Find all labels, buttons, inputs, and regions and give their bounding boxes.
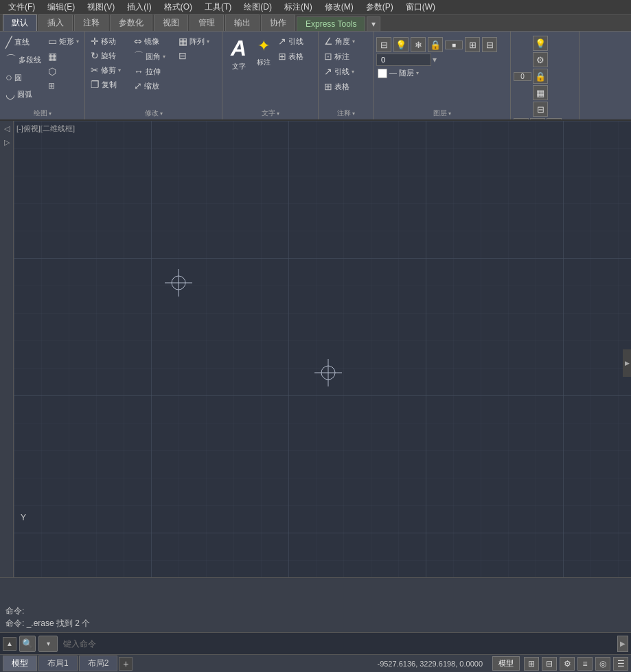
btn-layer-on[interactable]: 💡 <box>393 37 409 52</box>
draw-group-label[interactable]: 绘图 ▾ <box>3 107 82 119</box>
btn-copy[interactable]: ❐ 复制 <box>88 78 119 91</box>
btn-circle[interactable]: ○ 圆 <box>3 70 44 85</box>
btn-prop3[interactable]: 🔒 <box>533 69 548 84</box>
status-icon-osnap[interactable]: ◎ <box>595 657 610 671</box>
btn-layer-lock[interactable]: 🔒 <box>428 37 443 52</box>
status-icon-grid[interactable]: ⊞ <box>524 657 539 671</box>
btn-table2[interactable]: ⊞ 表格 <box>321 80 352 93</box>
canvas-scroll[interactable]: ▶ <box>623 349 631 377</box>
btn-scale[interactable]: ⤢ 缩放 <box>131 79 162 93</box>
tab-collaborate[interactable]: 协作 <box>261 14 295 31</box>
tab-extra[interactable]: ▾ <box>367 16 380 31</box>
btn-arc[interactable]: ◡ 圆弧 <box>3 86 44 102</box>
layers-group-label[interactable]: 图层 ▾ <box>376 107 507 119</box>
btn-prop4[interactable]: ▦ <box>533 85 548 100</box>
btn-rectangle[interactable]: ▭ 矩形 ▾ <box>45 34 82 48</box>
btn-prop5[interactable]: ⊟ <box>533 102 548 117</box>
trim-dropdown[interactable]: ▾ <box>118 67 121 73</box>
cmd-dropdown-button[interactable]: ▾ <box>38 636 58 652</box>
leader2-dropdown[interactable]: ▾ <box>352 69 354 75</box>
tab-default[interactable]: 默认 <box>3 14 37 31</box>
fillet-dropdown[interactable]: ▾ <box>163 54 165 60</box>
btn-leader[interactable]: ↗ 引线 <box>275 34 306 48</box>
add-layout-button[interactable]: + <box>119 657 133 671</box>
sidebar-icon-1[interactable]: ◁ <box>1 122 13 135</box>
tab-manage[interactable]: 管理 <box>190 14 224 31</box>
command-input[interactable] <box>60 638 615 650</box>
btn-prop2[interactable]: ⚙ <box>533 52 548 67</box>
menu-view[interactable]: 视图(V) <box>82 0 120 14</box>
status-icon-ortho[interactable]: ⚙ <box>560 657 575 671</box>
arc-icon: ◡ <box>5 88 15 101</box>
menu-modify[interactable]: 修改(M) <box>319 0 359 14</box>
tab-output[interactable]: 输出 <box>225 14 260 31</box>
btn-leader2[interactable]: ↗ 引线 ▾ <box>321 65 357 78</box>
menu-edit[interactable]: 编辑(E) <box>42 0 80 14</box>
angle-dropdown[interactable]: ▾ <box>352 38 355 45</box>
annotate-group-label[interactable]: 文字 ▾ <box>225 107 315 119</box>
menu-annotate[interactable]: 标注(N) <box>279 0 318 14</box>
menu-insert[interactable]: 插入(I) <box>122 0 157 14</box>
btn-layer-extra1[interactable]: ⊞ <box>465 37 480 52</box>
tab-layout2[interactable]: 布局2 <box>79 656 118 671</box>
sidebar-icon-2[interactable]: ▷ <box>1 136 13 148</box>
menu-file[interactable]: 文件(F) <box>3 0 41 14</box>
btn-prop1[interactable]: 💡 <box>533 36 548 51</box>
btn-stretch[interactable]: ↔ 拉伸 <box>131 65 163 78</box>
menu-params[interactable]: 参数(P) <box>360 0 399 14</box>
draw-group-arrow[interactable]: ▾ <box>49 111 51 117</box>
status-icon-snap[interactable]: ⊟ <box>542 657 557 671</box>
modify-group-arrow[interactable]: ▾ <box>160 111 163 117</box>
rectangle-dropdown[interactable]: ▾ <box>76 38 79 45</box>
btn-line[interactable]: ╱ 直线 <box>3 34 44 50</box>
modify-group-label[interactable]: 修改 ▾ <box>88 107 219 119</box>
btn-angle[interactable]: ∠ 角度 ▾ <box>321 34 358 48</box>
layer-prop-color[interactable]: — 随层 ▾ <box>376 67 420 79</box>
btn-text[interactable]: A <box>225 34 252 62</box>
menu-draw[interactable]: 绘图(D) <box>238 0 277 14</box>
menu-tools[interactable]: 工具(T) <box>199 0 237 14</box>
layers-group-arrow[interactable]: ▾ <box>448 111 451 117</box>
menu-format[interactable]: 格式(O) <box>159 0 198 14</box>
btn-mirror[interactable]: ⇔ 镜像 <box>131 34 162 48</box>
cmd-expand-button[interactable]: ▲ <box>3 637 16 651</box>
menu-window[interactable]: 窗口(W) <box>400 0 441 14</box>
btn-hatch[interactable]: ▦ <box>45 49 82 63</box>
btn-polygon[interactable]: ⬡ <box>45 65 82 78</box>
layer-color[interactable]: ■ <box>445 40 463 49</box>
btn-trim[interactable]: ✂ 修剪 ▾ <box>88 63 124 77</box>
tab-parametric[interactable]: 参数化 <box>110 14 152 31</box>
btn-dim-mark[interactable]: ⊡ 标注 <box>321 49 352 63</box>
btn-layer-extra2[interactable]: ⊟ <box>482 37 497 52</box>
btn-modify-line[interactable]: ⊟ <box>176 49 190 62</box>
tab-layout1[interactable]: 布局1 <box>38 656 78 671</box>
btn-polyline[interactable]: ⌒ 多段线 <box>3 51 44 69</box>
canvas-area[interactable]: [-]俯视][二维线框] <box>14 121 631 577</box>
btn-fillet[interactable]: ⌒ 圆角 ▾ <box>131 49 168 64</box>
dim-group-label[interactable]: 注释 ▾ <box>321 107 370 119</box>
btn-table[interactable]: ⊞ 表格 <box>275 49 306 63</box>
status-icon-otrack[interactable]: ☰ <box>613 657 628 671</box>
btn-draw-extra[interactable]: ⊞ <box>45 80 82 92</box>
annotate-group-arrow[interactable]: ▾ <box>277 111 279 117</box>
tab-model[interactable]: 模型 <box>3 656 37 671</box>
btn-rotate[interactable]: ↻ 旋转 <box>88 49 119 62</box>
status-icon-polar[interactable]: ≡ <box>577 657 593 671</box>
btn-layer-props[interactable]: ⊟ <box>376 37 391 52</box>
tab-insert[interactable]: 插入 <box>38 14 73 31</box>
layer-dropdown[interactable]: 0 <box>376 54 431 66</box>
btn-array[interactable]: ▦ 阵列 ▾ <box>176 34 212 48</box>
btn-move[interactable]: ✛ 移动 <box>88 34 119 48</box>
cmd-search-button[interactable]: 🔍 <box>19 636 36 652</box>
btn-dimension[interactable]: ✦ <box>255 34 273 58</box>
array-dropdown[interactable]: ▾ <box>207 38 209 45</box>
model-button[interactable]: 模型 <box>492 656 520 671</box>
tab-view[interactable]: 视图 <box>154 14 188 31</box>
tab-express[interactable]: Express Tools <box>297 16 365 31</box>
mirror-icon: ⇔ <box>134 36 142 47</box>
cmd-scroll-button[interactable]: ▶ <box>617 636 628 652</box>
dim-group-arrow[interactable]: ▾ <box>352 111 355 117</box>
btn-layer-freeze[interactable]: ❄ <box>411 37 426 52</box>
tab-annotate[interactable]: 注释 <box>74 14 108 31</box>
layer-dropdown-arrow[interactable]: ▾ <box>433 55 437 65</box>
